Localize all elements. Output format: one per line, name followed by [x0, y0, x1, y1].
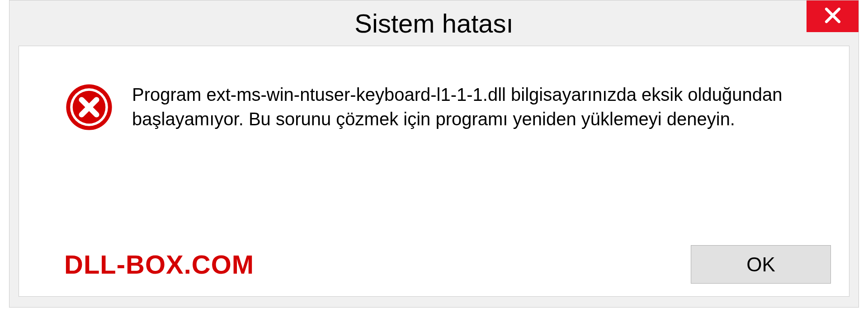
ok-button[interactable]: OK: [691, 245, 831, 284]
ok-button-label: OK: [746, 253, 775, 276]
close-button[interactable]: [807, 0, 859, 32]
message-row: Program ext-ms-win-ntuser-keyboard-l1-1-…: [19, 46, 849, 132]
error-message: Program ext-ms-win-ntuser-keyboard-l1-1-…: [132, 82, 810, 131]
close-icon: [823, 6, 842, 27]
footer-row: DLL-BOX.COM OK: [19, 245, 849, 284]
error-icon: [64, 82, 114, 132]
titlebar: Sistem hatası: [9, 0, 859, 46]
content-panel: Program ext-ms-win-ntuser-keyboard-l1-1-…: [19, 46, 849, 297]
dialog-title: Sistem hatası: [354, 8, 513, 38]
error-dialog: Sistem hatası Program ext-ms-wi: [9, 0, 859, 308]
watermark-text: DLL-BOX.COM: [64, 249, 254, 280]
